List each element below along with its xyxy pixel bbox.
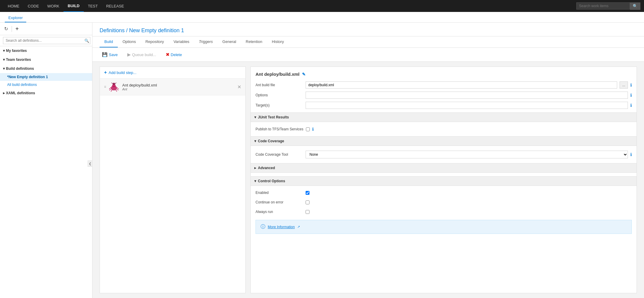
field-label-ant-build-file: Ant build file xyxy=(256,83,303,87)
field-info-icon-ant-build-file[interactable]: ℹ xyxy=(630,83,632,87)
field-input-options[interactable] xyxy=(306,92,628,99)
detail-title-text: Ant deploy/build.xml xyxy=(256,72,300,77)
section-arrow-icon: ▾ xyxy=(3,67,5,71)
checkbox-label-publish-tfs: Publish to TFS/Team Services xyxy=(256,127,304,131)
section-header-control-options[interactable]: ▾ Control Options xyxy=(251,176,637,186)
svg-line-5 xyxy=(117,87,119,89)
sidebar-nav: ▾ My favorites▾ Team favorites▾ Build de… xyxy=(0,46,92,298)
edit-title-icon[interactable]: ✎ xyxy=(302,72,306,77)
svg-line-3 xyxy=(109,87,111,89)
add-definition-button[interactable]: + xyxy=(14,25,20,33)
info-icon-publish-tfs[interactable]: ℹ xyxy=(312,127,314,132)
top-nav-item-work[interactable]: WORK xyxy=(43,0,64,12)
top-nav-item-test[interactable]: TEST xyxy=(84,0,102,12)
field-info-icon-targets[interactable]: ℹ xyxy=(630,103,632,108)
more-info-box: ⓘ More Information ↗ xyxy=(256,220,632,234)
tab-build[interactable]: Build xyxy=(100,36,118,47)
field-label-options: Options xyxy=(256,93,303,97)
field-row-ant-build-file: Ant build file...ℹ xyxy=(256,81,632,89)
checkbox-continue-on-error[interactable] xyxy=(306,200,309,204)
select-coverage-tool[interactable]: NoneCoberturaJaCoCo xyxy=(306,151,628,158)
sidebar-section-my-favorites[interactable]: ▾ My favorites xyxy=(0,46,92,55)
info-icon: ⓘ xyxy=(261,224,265,230)
top-nav-search: 🔍 xyxy=(576,2,640,10)
select-label-coverage-tool: Code Coverage Tool xyxy=(256,152,303,157)
field-row-options: Optionsℹ xyxy=(256,92,632,99)
sidebar-section-team-favorites[interactable]: ▾ Team favorites xyxy=(0,55,92,64)
refresh-button[interactable]: ↻ xyxy=(3,25,9,32)
detail-title: Ant deploy/build.xml ✎ xyxy=(256,72,632,77)
sidebar-item-new-empty-1[interactable]: New Empty definition 1 xyxy=(0,73,92,81)
field-input-ant-build-file[interactable] xyxy=(306,81,617,89)
field-info-icon-options[interactable]: ℹ xyxy=(630,93,632,98)
tab-general[interactable]: General xyxy=(218,36,241,47)
breadcrumb-separator: / xyxy=(126,27,129,33)
top-nav-item-home[interactable]: HOME xyxy=(4,0,24,12)
search-work-items-button[interactable]: 🔍 xyxy=(630,2,640,10)
section-collapse-icon-advanced: ▸ xyxy=(254,166,256,170)
section-header-advanced[interactable]: ▸ Advanced xyxy=(251,163,637,173)
remove-step-button[interactable]: ✕ xyxy=(237,84,241,90)
sidebar-section-xaml-definitions[interactable]: ▸ XAML definitions xyxy=(0,89,92,98)
sidebar-section-build-definitions[interactable]: ▾ Build definitions xyxy=(0,64,92,73)
search-work-items-input[interactable] xyxy=(576,2,630,10)
add-build-step-button[interactable]: + Add build step... xyxy=(100,67,245,78)
tab-repository[interactable]: Repository xyxy=(141,36,169,47)
tab-options[interactable]: Options xyxy=(118,36,141,47)
tab-bar: BuildOptionsRepositoryVariablesTriggersG… xyxy=(92,36,644,48)
checkbox-enabled[interactable] xyxy=(306,191,309,195)
section-arrow-icon: ▾ xyxy=(3,49,5,53)
sidebar-item-all-build[interactable]: All build definitions xyxy=(0,81,92,89)
sub-nav: Explorer xyxy=(0,12,644,23)
main-layout: ↻ + 🔍 ▾ My favorites▾ Team favorites▾ Bu… xyxy=(0,23,644,298)
checkbox-row-continue-on-error: Continue on error xyxy=(256,199,632,206)
checkbox-always-run[interactable] xyxy=(306,210,309,214)
sidebar-collapse-button[interactable]: ❮ xyxy=(88,160,92,167)
sidebar-toolbar: ↻ + xyxy=(0,23,92,35)
save-icon: 💾 xyxy=(102,52,108,57)
step-name: Ant deploy/build.xml xyxy=(122,83,237,87)
section-header-junit-test-results[interactable]: ▾ JUnit Test Results xyxy=(251,112,637,122)
ant-svg xyxy=(109,81,119,92)
top-nav-item-code[interactable]: CODE xyxy=(24,0,43,12)
section-collapse-icon-code-coverage: ▾ xyxy=(254,139,256,143)
toolbar-divider xyxy=(12,26,12,32)
delete-icon: ✖ xyxy=(166,52,170,57)
breadcrumb-base: Definitions xyxy=(100,27,125,33)
tab-variables[interactable]: Variables xyxy=(169,36,194,47)
section-header-code-coverage[interactable]: ▾ Code Coverage xyxy=(251,136,637,146)
tab-triggers[interactable]: Triggers xyxy=(194,36,218,47)
step-info: Ant deploy/build.xml Ant xyxy=(122,83,237,91)
field-label-targets: Target(s) xyxy=(256,103,303,107)
field-browse-button-ant-build-file[interactable]: ... xyxy=(620,81,628,89)
top-nav-item-build[interactable]: BUILD xyxy=(64,0,84,12)
tab-explorer[interactable]: Explorer xyxy=(5,13,26,22)
checkbox-label-enabled: Enabled xyxy=(256,191,303,195)
queue-icon: ▶ xyxy=(127,52,131,57)
step-type: Ant xyxy=(122,87,237,91)
checkbox-publish-tfs[interactable] xyxy=(306,127,310,131)
search-definitions-input[interactable] xyxy=(3,37,90,44)
queue-build-button[interactable]: ▶ Queue build... xyxy=(125,51,159,58)
delete-button[interactable]: ✖ Delete xyxy=(163,51,185,58)
queue-build-label: Queue build... xyxy=(132,53,156,57)
section-collapse-icon-control-options: ▾ xyxy=(254,179,256,183)
tab-history[interactable]: History xyxy=(267,36,289,47)
field-input-targets[interactable] xyxy=(306,102,628,109)
build-step-item[interactable]: ≡ xyxy=(100,78,245,95)
plus-icon: + xyxy=(104,70,107,75)
delete-label: Delete xyxy=(171,53,182,57)
more-info-link[interactable]: More Information xyxy=(268,225,295,229)
svg-point-2 xyxy=(113,83,115,85)
save-button[interactable]: 💾 Save xyxy=(100,51,120,58)
section-arrow-icon: ▸ xyxy=(3,91,5,95)
tab-retention[interactable]: Retention xyxy=(241,36,267,47)
top-nav-item-release[interactable]: RELEASE xyxy=(102,0,128,12)
svg-line-7 xyxy=(111,90,112,92)
build-area: + Add build step... ≡ xyxy=(92,62,644,298)
select-row-coverage-tool: Code Coverage ToolNoneCoberturaJaCoCoℹ xyxy=(256,149,632,160)
info-icon-coverage-tool[interactable]: ℹ xyxy=(630,152,632,157)
breadcrumb-current: New Empty definition 1 xyxy=(129,27,184,33)
add-step-label: Add build step... xyxy=(109,70,136,75)
checkbox-label-continue-on-error: Continue on error xyxy=(256,200,303,204)
